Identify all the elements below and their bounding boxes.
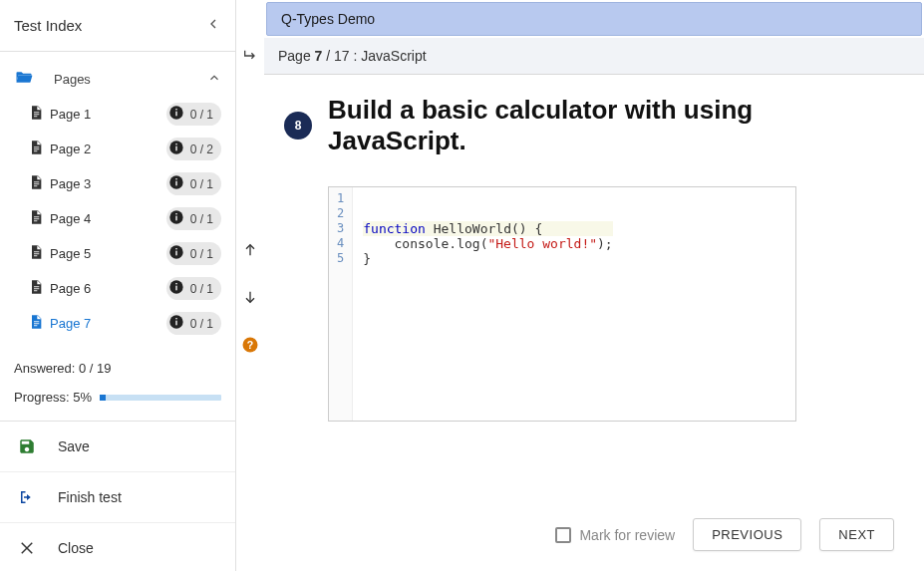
question-content: 8 Build a basic calculator with using Ja… — [264, 75, 924, 503]
sidebar-item-page-4[interactable]: Page 40 / 1 — [0, 201, 235, 236]
svg-rect-4 — [175, 112, 176, 117]
finish-label: Finish test — [58, 489, 122, 505]
page-label: Page 6 — [50, 281, 166, 296]
file-icon — [28, 174, 44, 193]
page-badge: 0 / 2 — [166, 138, 221, 160]
info-icon — [168, 105, 184, 124]
badge-text: 0 / 1 — [190, 212, 213, 226]
svg-rect-16 — [175, 181, 176, 186]
next-question-icon[interactable] — [242, 289, 258, 308]
mark-for-review[interactable]: Mark for review — [555, 527, 675, 543]
progress-bar — [100, 395, 221, 401]
svg-rect-38 — [34, 325, 37, 326]
svg-rect-30 — [34, 286, 39, 287]
svg-rect-20 — [34, 220, 37, 221]
svg-rect-37 — [34, 323, 39, 324]
sidebar-item-page-2[interactable]: Page 20 / 2 — [0, 132, 235, 166]
page-label: Page 1 — [50, 107, 166, 122]
badge-text: 0 / 1 — [190, 108, 213, 122]
page-label: Page 2 — [50, 142, 166, 156]
page-label: Page 7 — [50, 316, 166, 331]
question-title: Build a basic calculator with using Java… — [328, 95, 894, 156]
svg-rect-10 — [175, 146, 176, 151]
page-badge: 0 / 1 — [166, 172, 221, 195]
info-icon — [168, 314, 184, 333]
svg-rect-25 — [34, 253, 39, 254]
answered-stat: Answered: 0 / 19 — [0, 347, 235, 380]
badge-text: 0 / 1 — [190, 177, 213, 191]
finish-test-button[interactable]: Finish test — [0, 472, 235, 523]
save-icon — [18, 437, 38, 455]
svg-text:?: ? — [247, 339, 253, 351]
close-icon — [18, 539, 38, 557]
breadcrumb-prefix: Page — [278, 48, 315, 64]
svg-rect-41 — [175, 318, 176, 319]
sidebar-header: Test Index — [0, 0, 235, 52]
svg-rect-23 — [175, 213, 176, 214]
sidebar-item-page-3[interactable]: Page 30 / 1 — [0, 166, 235, 201]
previous-button[interactable]: PREVIOUS — [693, 518, 801, 551]
page-badge: 0 / 1 — [166, 103, 221, 126]
file-icon — [28, 140, 44, 158]
sidebar-item-page-1[interactable]: Page 10 / 1 — [0, 97, 235, 132]
badge-text: 0 / 1 — [190, 247, 213, 261]
page-badge: 0 / 1 — [166, 312, 221, 335]
close-button[interactable]: Close — [0, 523, 235, 571]
page-list: Page 10 / 1Page 20 / 2Page 30 / 1Page 40… — [0, 97, 235, 341]
svg-rect-35 — [175, 283, 176, 284]
svg-rect-11 — [175, 143, 176, 144]
page-badge: 0 / 1 — [166, 207, 221, 230]
page-label: Page 5 — [50, 246, 166, 261]
collapse-sidebar-icon[interactable] — [205, 16, 221, 35]
svg-rect-31 — [34, 288, 39, 289]
pages-group: Pages Page 10 / 1Page 20 / 2Page 30 / 1P… — [0, 52, 235, 347]
demo-banner: Q-Types Demo — [266, 2, 922, 36]
next-button[interactable]: NEXT — [819, 518, 894, 551]
code-editor[interactable]: 12345 function HelloWorld() { console.lo… — [328, 186, 796, 422]
svg-rect-5 — [175, 109, 176, 110]
sidebar-item-page-5[interactable]: Page 50 / 1 — [0, 236, 235, 271]
svg-rect-22 — [175, 216, 176, 221]
prev-question-icon[interactable] — [242, 242, 258, 261]
save-button[interactable]: Save — [0, 422, 235, 472]
info-icon — [168, 244, 184, 263]
chevron-up-icon — [207, 71, 221, 88]
pages-label: Pages — [54, 72, 207, 87]
badge-text: 0 / 2 — [190, 143, 213, 156]
badge-text: 0 / 1 — [190, 282, 213, 296]
pages-toggle[interactable]: Pages — [0, 62, 235, 97]
sidebar-item-page-7[interactable]: Page 70 / 1 — [0, 306, 235, 341]
help-icon[interactable]: ? — [241, 336, 259, 357]
breadcrumb: Page 7 / 17 : JavaScript — [264, 38, 924, 75]
info-icon — [168, 209, 184, 228]
sub-arrow-icon — [242, 48, 258, 67]
page-label: Page 4 — [50, 211, 166, 226]
save-label: Save — [58, 438, 90, 454]
main: Q-Types Demo Page 7 / 17 : JavaScript 8 … — [264, 0, 924, 571]
info-icon — [168, 279, 184, 298]
file-icon — [28, 244, 44, 263]
svg-rect-13 — [34, 183, 39, 184]
svg-rect-19 — [34, 218, 39, 219]
sidebar-title: Test Index — [14, 17, 82, 34]
svg-rect-40 — [175, 321, 176, 326]
editor-gutter: 12345 — [329, 187, 353, 421]
mark-label: Mark for review — [579, 527, 675, 543]
svg-rect-12 — [34, 181, 39, 182]
editor-code[interactable]: function HelloWorld() { console.log("Hel… — [353, 187, 622, 421]
info-icon — [168, 140, 184, 158]
svg-rect-34 — [175, 286, 176, 291]
sidebar: Test Index Pages Page 10 / 1Page 20 / 2P… — [0, 0, 236, 571]
file-icon — [28, 279, 44, 298]
checkbox-icon[interactable] — [555, 527, 571, 543]
svg-rect-1 — [34, 114, 39, 115]
exit-icon — [18, 488, 38, 506]
svg-rect-14 — [34, 185, 37, 186]
nav-rail: ? — [236, 0, 264, 571]
sidebar-actions: Save Finish test Close — [0, 421, 235, 571]
page-label: Page 3 — [50, 176, 166, 191]
progress-label: Progress: 5% — [14, 390, 92, 405]
svg-rect-24 — [34, 251, 39, 252]
sidebar-item-page-6[interactable]: Page 60 / 1 — [0, 271, 235, 306]
svg-rect-26 — [34, 255, 37, 256]
